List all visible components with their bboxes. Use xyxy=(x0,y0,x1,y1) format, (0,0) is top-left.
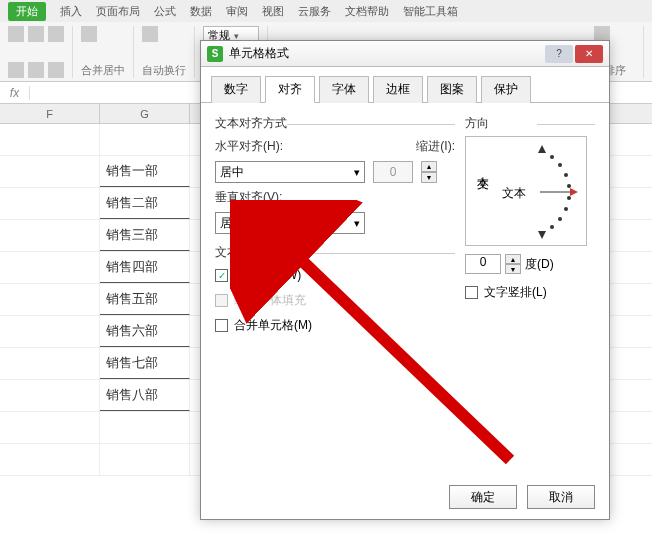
degree-label: 度(D) xyxy=(525,256,554,273)
svg-point-1 xyxy=(550,155,554,159)
cell[interactable]: 销售三部 xyxy=(100,220,190,251)
cell[interactable]: 销售二部 xyxy=(100,188,190,219)
cell[interactable]: 销售一部 xyxy=(100,156,190,187)
svg-marker-10 xyxy=(538,231,546,239)
help-icon[interactable]: ? xyxy=(545,45,573,63)
dialog-panel: 文本对齐方式 水平对齐(H): 缩进(I): 居中 0 ▲▼ 垂直对齐(V): … xyxy=(201,103,609,356)
svg-marker-5 xyxy=(570,188,578,196)
h-align-select[interactable]: 居中 xyxy=(215,161,365,183)
tab-font[interactable]: 字体 xyxy=(319,76,369,103)
indent-input[interactable]: 0 xyxy=(373,161,413,183)
degree-input[interactable]: 0 xyxy=(465,254,501,274)
align-left-icon[interactable] xyxy=(8,26,24,42)
shrink-label: 缩小字体填充 xyxy=(234,292,306,309)
svg-point-3 xyxy=(564,173,568,177)
checkbox-icon[interactable] xyxy=(215,319,228,332)
cell[interactable]: 销售八部 xyxy=(100,380,190,411)
svg-point-6 xyxy=(567,196,571,200)
ok-button[interactable]: 确定 xyxy=(449,485,517,509)
ribbon-tab[interactable]: 页面布局 xyxy=(96,4,140,19)
checkbox-disabled-icon xyxy=(215,294,228,307)
align-middle-icon[interactable] xyxy=(28,62,44,78)
ribbon-tab[interactable]: 文档帮助 xyxy=(345,4,389,19)
svg-marker-0 xyxy=(538,145,546,153)
auto-wrap-label[interactable]: 自动换行 xyxy=(142,63,186,78)
align-center-icon[interactable] xyxy=(28,26,44,42)
v-align-label: 垂直对齐(V): xyxy=(215,189,295,206)
checkbox-checked-icon[interactable]: ✓ xyxy=(215,269,228,282)
ribbon-tab-start[interactable]: 开始 xyxy=(8,2,46,21)
ribbon-tabs: 开始 插入 页面布局 公式 数据 审阅 视图 云服务 文档帮助 智能工具箱 xyxy=(0,0,652,22)
merge-icon[interactable] xyxy=(81,26,97,42)
align-bottom-icon[interactable] xyxy=(48,62,64,78)
cancel-button[interactable]: 取消 xyxy=(527,485,595,509)
vertical-text-label: 文字竖排(L) xyxy=(484,284,547,301)
tab-protect[interactable]: 保护 xyxy=(481,76,531,103)
ribbon-tab[interactable]: 插入 xyxy=(60,4,82,19)
cell[interactable]: 销售四部 xyxy=(100,252,190,283)
indent-label: 缩进(I): xyxy=(416,138,455,155)
fx-icon[interactable]: fx xyxy=(0,86,30,100)
ribbon-tab[interactable]: 云服务 xyxy=(298,4,331,19)
col-header[interactable]: G xyxy=(100,104,190,123)
ribbon-tab[interactable]: 智能工具箱 xyxy=(403,4,458,19)
degree-spinner[interactable]: ▲▼ xyxy=(505,254,521,274)
checkbox-icon[interactable] xyxy=(465,286,478,299)
orientation-control[interactable]: 文本 文本 xyxy=(465,136,587,246)
align-right-icon[interactable] xyxy=(48,26,64,42)
dialog-titlebar[interactable]: S 单元格格式 ? ✕ xyxy=(201,41,609,67)
cell[interactable]: 销售六部 xyxy=(100,316,190,347)
dialog-title: 单元格格式 xyxy=(229,45,289,62)
align-top-icon[interactable] xyxy=(8,62,24,78)
app-icon: S xyxy=(207,46,223,62)
ribbon-tab[interactable]: 视图 xyxy=(262,4,284,19)
tab-number[interactable]: 数字 xyxy=(211,76,261,103)
wrap-checkbox-row[interactable]: ✓ 自动换行(W) xyxy=(215,267,455,284)
ribbon-tab[interactable]: 公式 xyxy=(154,4,176,19)
merge-checkbox-row[interactable]: 合并单元格(M) xyxy=(215,317,455,334)
merge-center-label[interactable]: 合并居中 xyxy=(81,63,125,78)
ribbon-tab[interactable]: 数据 xyxy=(190,4,212,19)
v-align-select[interactable]: 居中 xyxy=(215,212,365,234)
text-control-title: 文本控制 xyxy=(215,244,455,261)
svg-point-2 xyxy=(558,163,562,167)
indent-spinner[interactable]: ▲▼ xyxy=(421,161,437,183)
svg-point-4 xyxy=(567,184,571,188)
align-group-title: 文本对齐方式 xyxy=(215,115,455,132)
h-align-label: 水平对齐(H): xyxy=(215,138,295,155)
tab-alignment[interactable]: 对齐 xyxy=(265,76,315,103)
svg-point-7 xyxy=(564,207,568,211)
cell[interactable]: 销售七部 xyxy=(100,348,190,379)
shrink-checkbox-row: 缩小字体填充 xyxy=(215,292,455,309)
svg-point-8 xyxy=(558,217,562,221)
wrap-label: 自动换行(W) xyxy=(234,267,301,284)
orientation-arc-icon xyxy=(504,139,584,245)
cell-format-dialog: S 单元格格式 ? ✕ 数字 对齐 字体 边框 图案 保护 文本对齐方式 水平对… xyxy=(200,40,610,520)
col-header[interactable]: F xyxy=(0,104,100,123)
tab-border[interactable]: 边框 xyxy=(373,76,423,103)
direction-title: 方向 xyxy=(465,115,595,132)
ribbon-tab[interactable]: 审阅 xyxy=(226,4,248,19)
merge-label: 合并单元格(M) xyxy=(234,317,312,334)
cell[interactable]: 销售五部 xyxy=(100,284,190,315)
dialog-footer: 确定 取消 xyxy=(449,485,595,509)
close-icon[interactable]: ✕ xyxy=(575,45,603,63)
vertical-text-checkbox-row[interactable]: 文字竖排(L) xyxy=(465,284,595,301)
wrap-icon[interactable] xyxy=(142,26,158,42)
svg-point-9 xyxy=(550,225,554,229)
dialog-tabs: 数字 对齐 字体 边框 图案 保护 xyxy=(201,67,609,103)
tab-pattern[interactable]: 图案 xyxy=(427,76,477,103)
